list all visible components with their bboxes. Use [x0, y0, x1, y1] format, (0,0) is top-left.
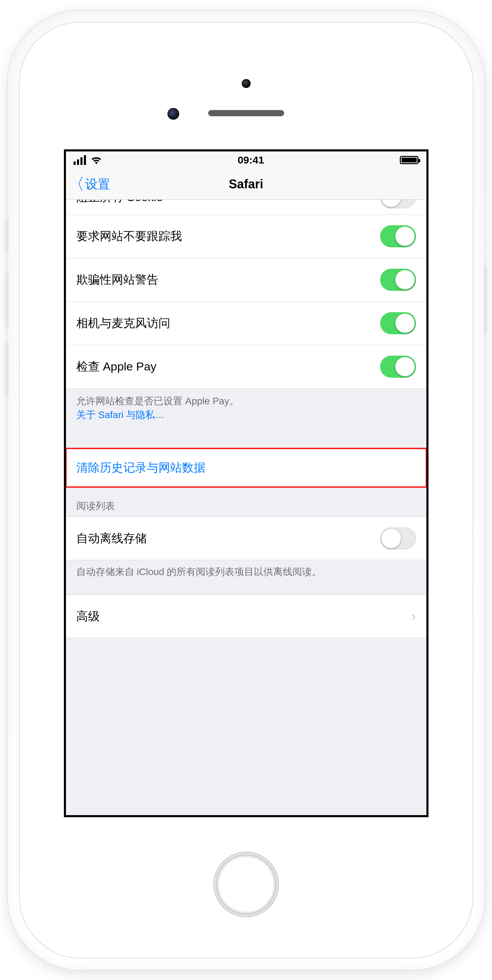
- status-bar: 09:41: [66, 151, 427, 169]
- page-title: Safari: [228, 177, 263, 191]
- do-not-track-switch[interactable]: [380, 225, 416, 247]
- clear-button-label: 清除历史记录与网站数据: [76, 461, 205, 474]
- earpiece-speaker: [208, 110, 284, 116]
- advanced-label: 高级: [76, 608, 100, 624]
- navigation-bar: 〈 设置 Safari: [66, 169, 427, 200]
- fraud-warning-label: 欺骗性网站警告: [76, 272, 158, 288]
- proximity-sensor: [242, 79, 251, 88]
- chevron-right-icon: ›: [412, 609, 416, 624]
- row-camera-microphone-access[interactable]: 相机与麦克风访问: [66, 302, 427, 345]
- wifi-icon: [91, 156, 102, 164]
- clear-history-website-data-button[interactable]: 清除历史记录与网站数据: [66, 449, 427, 487]
- row-check-apple-pay[interactable]: 检查 Apple Pay: [66, 345, 427, 389]
- block-cookies-label: 阻止所有 Cookie: [76, 200, 163, 205]
- battery-icon: [400, 156, 419, 164]
- row-fraudulent-website-warning[interactable]: 欺骗性网站警告: [66, 258, 427, 302]
- volume-down-button: [5, 342, 9, 397]
- mute-switch: [5, 218, 9, 252]
- back-label: 设置: [85, 176, 110, 193]
- volume-up-button: [5, 273, 9, 328]
- section-gap: [66, 431, 427, 449]
- cellular-signal-icon: [73, 155, 86, 165]
- fraud-warning-switch[interactable]: [380, 269, 416, 291]
- do-not-track-label: 要求网站不要跟踪我: [76, 228, 182, 244]
- phone-bezel: 09:41 〈 设置 Safari: [19, 22, 473, 959]
- iphone-device-frame: 09:41 〈 设置 Safari: [8, 11, 484, 970]
- camera-mic-switch[interactable]: [380, 312, 416, 334]
- check-apple-pay-switch[interactable]: [380, 356, 416, 378]
- back-button[interactable]: 〈 设置: [68, 169, 110, 199]
- settings-content[interactable]: 阻止所有 Cookie 要求网站不要跟踪我 欺骗性网站警告 相机与麦克风访问: [66, 200, 427, 815]
- row-do-not-track[interactable]: 要求网站不要跟踪我: [66, 215, 427, 258]
- screen: 09:41 〈 设置 Safari: [64, 150, 428, 817]
- status-time: 09:41: [238, 154, 264, 166]
- reading-list-header: 阅读列表: [66, 487, 427, 517]
- row-block-all-cookies[interactable]: 阻止所有 Cookie: [66, 200, 427, 215]
- power-button: [484, 266, 487, 335]
- auto-offline-label: 自动离线存储: [76, 531, 147, 546]
- about-safari-privacy-link[interactable]: 关于 Safari 与隐私…: [76, 409, 165, 420]
- auto-offline-footer: 自动存储来自 iCloud 的所有阅读列表项目以供离线阅读。: [66, 560, 427, 588]
- row-advanced[interactable]: 高级 ›: [66, 595, 427, 638]
- auto-offline-switch[interactable]: [380, 527, 416, 549]
- chevron-left-icon: 〈: [68, 176, 85, 192]
- apple-pay-note-text: 允许网站检查是否已设置 Apple Pay。: [76, 396, 239, 406]
- camera-mic-label: 相机与麦克风访问: [76, 315, 170, 331]
- block-cookies-switch[interactable]: [380, 200, 416, 208]
- bottom-padding: [66, 638, 427, 707]
- row-automatically-save-offline[interactable]: 自动离线存储: [66, 517, 427, 560]
- apple-pay-footer: 允许网站检查是否已设置 Apple Pay。 关于 Safari 与隐私…: [66, 389, 427, 431]
- home-button[interactable]: [213, 852, 279, 917]
- check-apple-pay-label: 检查 Apple Pay: [76, 359, 157, 375]
- front-camera: [168, 108, 179, 120]
- section-gap-2: [66, 588, 427, 595]
